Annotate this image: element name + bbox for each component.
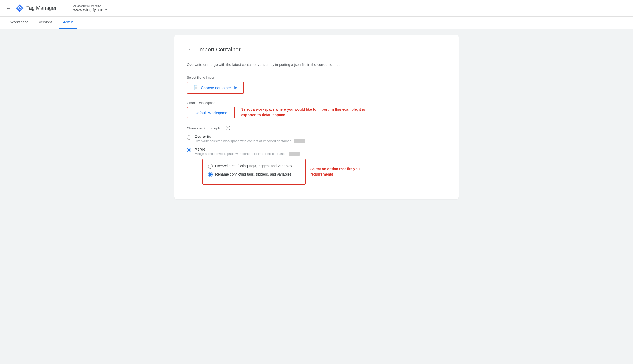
merge-blurred: [289, 152, 300, 156]
gtm-logo-icon: [16, 4, 24, 12]
back-arrow-icon: ←: [6, 5, 11, 11]
import-card: ← Import Container Overwrite or merge wi…: [174, 35, 459, 199]
header-divider: [67, 4, 67, 12]
import-options-label: Choose an import option ?: [187, 126, 446, 130]
overwrite-option: Overwrite Overwrite selected workspace w…: [187, 134, 446, 143]
merge-suboptions-box: Overwrite conflicting tags, triggers and…: [202, 159, 306, 185]
header: ← Tag Manager All accounts › Wingify www…: [0, 0, 633, 17]
import-header: ← Import Container: [187, 45, 446, 53]
workspace-annotation: Select a workspace where you would like …: [241, 107, 370, 118]
overwrite-conflicts-option: Overwrite conflicting tags, triggers and…: [208, 163, 300, 169]
tab-admin[interactable]: Admin: [59, 17, 77, 29]
workspace-label: Choose workspace: [187, 101, 446, 105]
tab-versions[interactable]: Versions: [35, 17, 57, 29]
account-selector[interactable]: All accounts › Wingify www.wingify.com ▾: [73, 4, 107, 12]
rename-conflicts-option: Rename conflicting tags, triggers, and v…: [208, 172, 300, 177]
select-file-label: Select file to import: [187, 76, 446, 80]
overwrite-conflicts-radio[interactable]: [208, 164, 213, 169]
workspace-button[interactable]: Default Workspace: [187, 107, 235, 118]
nav-tabs: Workspace Versions Admin: [0, 17, 633, 29]
tab-workspace[interactable]: Workspace: [6, 17, 33, 29]
import-description: Overwrite or merge with the latest conta…: [187, 62, 446, 67]
merge-radio[interactable]: [187, 148, 191, 152]
workspace-row: Default Workspace Select a workspace whe…: [187, 107, 446, 118]
choose-file-button[interactable]: 📄 Choose container file: [187, 82, 244, 94]
header-back-button[interactable]: ←: [4, 3, 13, 13]
main-content: ← Import Container Overwrite or merge wi…: [0, 29, 633, 364]
help-icon[interactable]: ?: [226, 126, 230, 130]
workspace-section: Choose workspace Default Workspace Selec…: [187, 101, 446, 118]
merge-option: Merge Merge selected workspace with cont…: [187, 147, 446, 185]
merge-label: Merge: [195, 147, 306, 151]
overwrite-label: Overwrite: [195, 134, 305, 139]
file-icon: 📄: [194, 85, 199, 90]
rename-conflicts-radio[interactable]: [208, 172, 213, 177]
overwrite-radio[interactable]: [187, 135, 191, 140]
logo-container: Tag Manager: [16, 4, 63, 12]
overwrite-blurred: [294, 139, 305, 143]
account-name[interactable]: www.wingify.com ▾: [73, 7, 107, 12]
overwrite-conflicts-label[interactable]: Overwrite conflicting tags, triggers and…: [215, 164, 293, 168]
import-title: Import Container: [198, 46, 241, 53]
merge-desc: Merge selected workspace with content of…: [195, 152, 306, 156]
app-name: Tag Manager: [26, 5, 57, 11]
back-icon: ←: [188, 46, 193, 52]
merge-annotation: Select an option that fits you requireme…: [310, 166, 377, 177]
chevron-down-icon: ▾: [105, 8, 107, 12]
select-file-section: Select file to import 📄 Choose container…: [187, 76, 446, 101]
import-options-section: Choose an import option ? Overwrite Over…: [187, 126, 446, 185]
import-back-button[interactable]: ←: [187, 45, 194, 53]
overwrite-desc: Overwrite selected workspace with conten…: [195, 139, 305, 143]
breadcrumb: All accounts › Wingify: [73, 4, 107, 7]
rename-conflicts-label[interactable]: Rename conflicting tags, triggers, and v…: [215, 172, 292, 176]
